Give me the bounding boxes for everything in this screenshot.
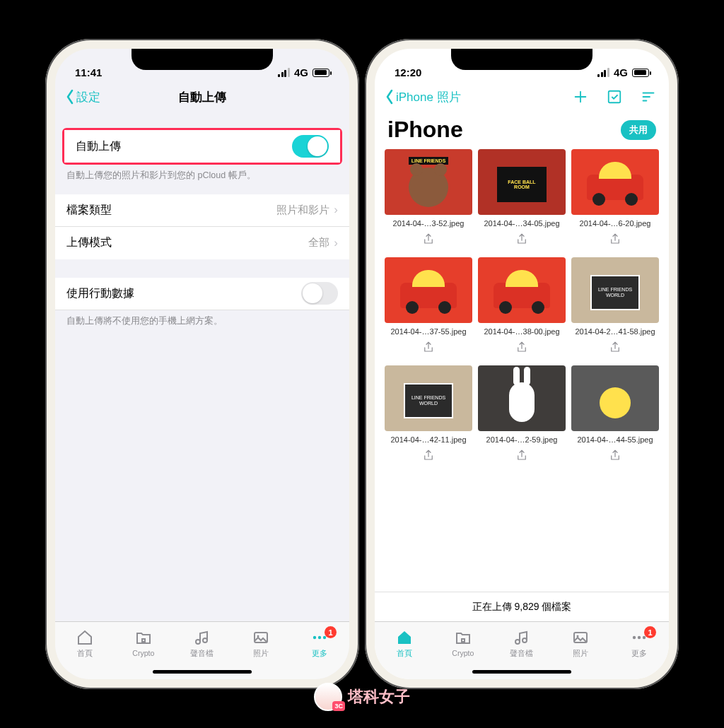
file-name: 2014-04-…38-00.jpeg <box>484 327 559 336</box>
tab-label: 聲音檔 <box>510 649 533 659</box>
battery-icon <box>632 69 649 77</box>
tab-more[interactable]: 更多 1 <box>291 629 349 659</box>
photo-item[interactable]: 2014-04-…6-20.jpeg <box>571 149 659 249</box>
photo-item[interactable]: 2014-04-…44-55.jpeg <box>571 365 659 465</box>
auto-upload-row[interactable]: 自動上傳 <box>64 130 340 163</box>
signal-icon <box>597 68 609 77</box>
back-button[interactable]: iPhone 照片 <box>385 88 461 105</box>
svg-point-3 <box>318 636 321 639</box>
status-carrier: 4G <box>294 66 308 78</box>
svg-point-2 <box>313 636 316 639</box>
photo-item[interactable]: LINE FRIENDSWORLD2014-04-2…41-58.jpeg <box>571 257 659 357</box>
signal-icon <box>278 68 290 77</box>
photo-item[interactable]: LINE FRIENDS2014-04-…3-52.jpeg <box>385 149 472 249</box>
file-name: 2014-04-…6-20.jpeg <box>580 219 651 228</box>
page-title: iPhone <box>387 117 463 143</box>
photo-item[interactable]: 2014-04-…38-00.jpeg <box>478 257 566 357</box>
share-icon[interactable] <box>422 232 435 249</box>
edit-icon[interactable] <box>607 89 622 105</box>
upload-mode-value: 全部 <box>308 236 329 249</box>
photo-item[interactable]: LINE FRIENDSWORLD2014-04-…42-11.jpeg <box>385 365 472 465</box>
nav-header: 設定 自動上傳 <box>55 81 349 112</box>
status-time: 12:20 <box>395 66 421 78</box>
cellular-row[interactable]: 使用行動數據 <box>55 278 349 310</box>
tab-badge: 1 <box>644 626 656 638</box>
home-indicator <box>472 670 571 674</box>
cellular-desc: 自動上傳將不使用您的手機上網方案。 <box>55 310 349 327</box>
tab-photo[interactable]: 照片 <box>232 629 291 659</box>
tab-label: 聲音檔 <box>190 649 214 659</box>
share-icon[interactable] <box>515 232 528 249</box>
chevron-right-icon: › <box>334 236 338 250</box>
plus-icon[interactable] <box>573 89 588 105</box>
tab-label: 照片 <box>573 649 588 659</box>
cellular-label: 使用行動數據 <box>66 286 134 301</box>
photo-item[interactable]: 2014-04-…2-59.jpeg <box>478 365 566 465</box>
file-type-value: 照片和影片 <box>276 204 329 217</box>
svg-point-9 <box>638 636 641 639</box>
file-type-label: 檔案類型 <box>66 203 112 218</box>
auto-upload-desc: 自動上傳您的照片和影片到您的 pCloud 帳戶。 <box>55 165 349 182</box>
tab-crypto[interactable]: Crypto <box>114 629 173 657</box>
status-time: 11:41 <box>75 66 102 78</box>
photo-item[interactable]: FACE BALLROOM2014-04-…34-05.jpeg <box>478 149 566 249</box>
highlight-box: 自動上傳 <box>62 128 342 165</box>
auto-upload-toggle[interactable] <box>292 135 329 158</box>
file-type-row[interactable]: 檔案類型 照片和影片 › <box>55 194 349 227</box>
watermark-text: 塔科女子 <box>348 686 410 708</box>
phone-right: 12:20 4G iPhone 照片 iPh <box>365 39 679 689</box>
nav-header: iPhone 照片 <box>375 81 669 112</box>
file-name: 2014-04-…37-55.jpeg <box>390 327 466 336</box>
tab-home[interactable]: 首頁 <box>55 629 114 659</box>
auto-upload-label: 自動上傳 <box>76 139 121 154</box>
tab-label: Crypto <box>452 649 474 657</box>
share-icon[interactable] <box>515 340 528 357</box>
share-icon[interactable] <box>422 340 435 357</box>
tab-label: 首頁 <box>397 649 412 659</box>
back-button[interactable]: 設定 <box>65 88 100 105</box>
share-icon[interactable] <box>609 448 621 465</box>
photo-grid: LINE FRIENDS2014-04-…3-52.jpegFACE BALLR… <box>375 143 669 465</box>
file-name: 2014-04-…44-55.jpeg <box>577 435 653 444</box>
tab-label: 照片 <box>253 649 269 659</box>
music-icon <box>193 629 211 646</box>
share-icon[interactable] <box>515 448 528 465</box>
tab-audio[interactable]: 聲音檔 <box>173 629 231 659</box>
tab-audio[interactable]: 聲音檔 <box>492 629 551 659</box>
home-icon <box>395 629 414 646</box>
tab-label: 更多 <box>312 649 327 659</box>
chevron-left-icon <box>65 88 75 105</box>
photo-item[interactable]: 2014-04-…37-55.jpeg <box>385 257 472 357</box>
upload-mode-row[interactable]: 上傳模式 全部 › <box>55 227 349 259</box>
share-icon[interactable] <box>422 448 435 465</box>
tab-label: Crypto <box>132 649 154 657</box>
file-name: 2014-04-…3-52.jpeg <box>393 219 465 228</box>
battery-icon <box>313 69 329 77</box>
photo-icon <box>571 629 590 646</box>
tab-label: 首頁 <box>77 649 93 659</box>
tab-home[interactable]: 首頁 <box>375 629 433 659</box>
upload-mode-label: 上傳模式 <box>66 235 112 250</box>
svg-point-8 <box>633 636 636 639</box>
tab-crypto[interactable]: Crypto <box>433 629 492 657</box>
share-icon[interactable] <box>609 340 621 357</box>
file-name: 2014-04-…34-05.jpeg <box>484 219 559 228</box>
tab-badge: 1 <box>325 626 337 638</box>
share-pill-button[interactable]: 共用 <box>621 120 656 140</box>
upload-status: 正在上傳 9,829 個檔案 <box>375 592 669 621</box>
nav-title: 自動上傳 <box>178 89 226 105</box>
file-name: 2014-04-2…41-58.jpeg <box>575 327 655 336</box>
tab-label: 更多 <box>631 649 647 659</box>
notch <box>132 49 273 70</box>
share-icon[interactable] <box>609 232 621 249</box>
chevron-left-icon <box>385 88 395 105</box>
home-indicator <box>153 670 252 674</box>
tab-more[interactable]: 更多 1 <box>610 629 669 659</box>
back-label: iPhone 照片 <box>396 89 461 105</box>
music-icon <box>513 629 531 646</box>
tab-photo[interactable]: 照片 <box>551 629 610 659</box>
status-carrier: 4G <box>614 66 628 78</box>
cellular-toggle[interactable] <box>301 282 338 305</box>
sort-icon[interactable] <box>641 89 656 105</box>
file-name: 2014-04-…2-59.jpeg <box>486 435 558 444</box>
